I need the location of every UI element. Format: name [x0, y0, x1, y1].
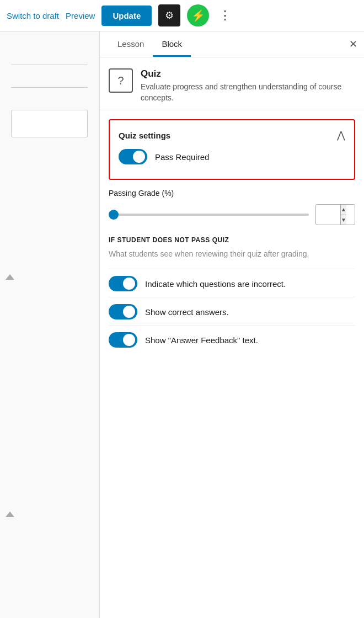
- show-correct-answers-label: Show correct answers.: [145, 307, 229, 317]
- spinner-buttons: ▲ ▼: [340, 205, 346, 225]
- quiz-icon: ?: [109, 68, 133, 93]
- quiz-settings-collapse-button[interactable]: ⋀: [337, 129, 345, 141]
- divider-2: [109, 297, 355, 297]
- divider-1: [109, 269, 355, 269]
- if-student-description: What students see when reviewing their q…: [109, 248, 355, 260]
- arrow-up-icon-2[interactable]: [6, 512, 14, 517]
- pass-required-toggle[interactable]: [119, 149, 147, 164]
- quiz-settings-title: Quiz settings: [119, 131, 170, 140]
- preview-button[interactable]: Preview: [66, 11, 95, 20]
- quiz-question-icon: ?: [117, 74, 124, 87]
- quiz-description: Evaluate progress and strengthen underst…: [141, 82, 355, 103]
- show-answer-feedback-toggle[interactable]: [109, 332, 137, 348]
- indicate-incorrect-label: Indicate which questions are incorrect.: [145, 279, 286, 289]
- divider-3: [109, 325, 355, 326]
- quiz-title-area: Quiz Evaluate progress and strengthen un…: [141, 68, 355, 103]
- gear-icon: ⚙: [165, 9, 174, 22]
- editor-area: [0, 31, 99, 618]
- toggle-slider-1: [109, 276, 137, 291]
- switch-to-draft-button[interactable]: Switch to draft: [7, 11, 59, 20]
- indicate-incorrect-toggle[interactable]: [109, 276, 137, 291]
- passing-grade-input-box: 0 ▲ ▼: [315, 204, 355, 225]
- passing-grade-section: Passing Grade (%) 0 ▲ ▼: [100, 180, 364, 225]
- spinner-up-button[interactable]: ▲: [341, 205, 346, 215]
- main-layout: Lesson Block ✕ ? Quiz Evaluate progress …: [0, 31, 364, 618]
- arrow-up-icon-1[interactable]: [6, 274, 14, 280]
- lightning-icon: ⚡: [191, 9, 205, 22]
- passing-grade-input[interactable]: 0: [316, 208, 340, 222]
- quiz-header: ? Quiz Evaluate progress and strengthen …: [100, 57, 364, 110]
- passing-grade-label: Passing Grade (%): [109, 189, 355, 198]
- quiz-settings-header: Quiz settings ⋀: [119, 129, 345, 141]
- slider-row: 0 ▲ ▼: [109, 204, 355, 225]
- pass-required-row: Pass Required: [119, 149, 345, 164]
- update-button[interactable]: Update: [101, 6, 152, 26]
- toggle-slider-2: [109, 304, 137, 319]
- settings-button[interactable]: ⚙: [158, 4, 180, 26]
- more-options-button[interactable]: ⋮: [216, 6, 235, 25]
- indicate-incorrect-row: Indicate which questions are incorrect.: [109, 276, 355, 291]
- toolbar-left: Switch to draft Preview Update ⚙ ⚡ ⋮: [7, 4, 235, 26]
- tab-lesson[interactable]: Lesson: [109, 31, 153, 57]
- panel-close-button[interactable]: ✕: [349, 38, 357, 50]
- if-student-section: IF STUDENT DOES NOT PASS QUIZ What stude…: [100, 234, 364, 362]
- sidebar-panel: Lesson Block ✕ ? Quiz Evaluate progress …: [99, 31, 364, 618]
- pass-required-label: Pass Required: [155, 152, 209, 162]
- quiz-title: Quiz: [141, 68, 355, 79]
- tab-block[interactable]: Block: [153, 31, 191, 57]
- show-answer-feedback-row: Show "Answer Feedback" text.: [109, 332, 355, 348]
- show-correct-answers-row: Show correct answers.: [109, 304, 355, 319]
- show-correct-answers-toggle[interactable]: [109, 304, 137, 319]
- spinner-down-button[interactable]: ▼: [341, 215, 346, 225]
- editor-line-1: [11, 65, 88, 65]
- toggle-slider: [119, 149, 147, 164]
- quiz-settings-box: Quiz settings ⋀ Pass Required: [109, 119, 355, 180]
- lightning-button[interactable]: ⚡: [187, 4, 209, 26]
- tabs-header: Lesson Block ✕: [100, 31, 364, 57]
- passing-grade-slider[interactable]: [109, 214, 309, 216]
- chevron-up-icon: ⋀: [337, 130, 345, 141]
- toolbar: Switch to draft Preview Update ⚙ ⚡ ⋮: [0, 0, 364, 31]
- more-icon: ⋮: [219, 8, 232, 22]
- editor-box: [11, 110, 88, 137]
- show-answer-feedback-label: Show "Answer Feedback" text.: [145, 335, 258, 345]
- toggle-slider-3: [109, 332, 137, 348]
- editor-line-2: [11, 87, 88, 88]
- if-student-title: IF STUDENT DOES NOT PASS QUIZ: [109, 236, 355, 244]
